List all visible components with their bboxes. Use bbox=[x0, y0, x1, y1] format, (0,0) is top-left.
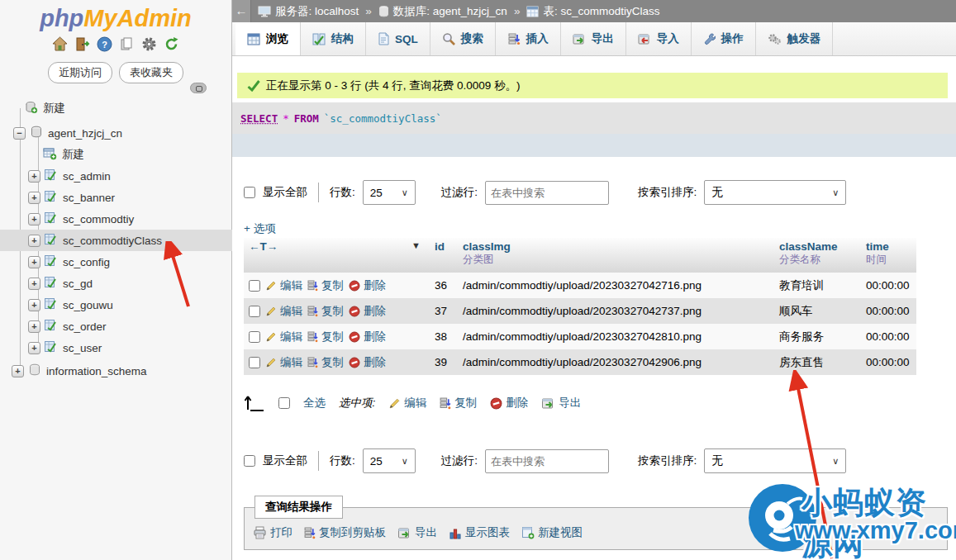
refresh-icon[interactable] bbox=[164, 36, 179, 52]
sort-by-key-select[interactable]: 无 ∨ bbox=[704, 448, 846, 473]
row-edit-link[interactable]: 编辑 bbox=[265, 278, 302, 293]
tree-item-new-table[interactable]: 新建 bbox=[0, 144, 232, 165]
expand-icon[interactable]: + bbox=[28, 170, 40, 183]
tree-item-table-sc_admin[interactable]: + sc_admin bbox=[0, 165, 232, 187]
tab-operations[interactable]: 操作 bbox=[692, 22, 756, 55]
column-header-time[interactable]: time bbox=[866, 240, 910, 253]
create-view-button[interactable]: 新建视图 bbox=[521, 525, 583, 540]
column-header-id[interactable]: id bbox=[435, 240, 445, 253]
breadcrumb-database[interactable]: 数据库: agent_hzjcj_cn bbox=[378, 4, 507, 19]
tree-item-table-sc_config[interactable]: + sc_config bbox=[0, 251, 232, 273]
sql-file-icon bbox=[378, 32, 389, 45]
options-toggle-link[interactable]: + 选项 bbox=[244, 221, 276, 236]
home-icon[interactable] bbox=[52, 36, 68, 52]
expand-icon[interactable]: + bbox=[28, 320, 40, 333]
bulk-copy-label: 复制 bbox=[454, 396, 477, 411]
expand-icon[interactable]: + bbox=[28, 299, 40, 311]
row-delete-link[interactable]: 删除 bbox=[349, 304, 386, 319]
tree-item-table-sc_user[interactable]: + sc_user bbox=[0, 337, 232, 358]
tab-export[interactable]: 导出 bbox=[561, 22, 626, 55]
sort-by-key-select[interactable]: 无 ∨ bbox=[704, 180, 846, 205]
copy-label: 复制 bbox=[321, 304, 344, 319]
rows-count-select[interactable]: 25 ∨ bbox=[363, 448, 416, 473]
breadcrumb-table[interactable]: 表: sc_commodtiyClass bbox=[526, 4, 659, 19]
row-copy-link[interactable]: 复制 bbox=[307, 278, 344, 293]
sort-dropdown-icon[interactable]: ▼ bbox=[411, 240, 421, 250]
sql-keyword-from: FROM bbox=[294, 112, 319, 125]
tab-label: 触发器 bbox=[787, 31, 821, 46]
tree-item-table-sc_gd[interactable]: + sc_gd bbox=[0, 273, 232, 294]
bulk-export-button[interactable]: 导出 bbox=[541, 396, 581, 411]
expand-icon[interactable]: + bbox=[28, 235, 40, 247]
expand-icon[interactable]: + bbox=[28, 213, 40, 225]
tab-browse[interactable]: 浏览 bbox=[235, 22, 301, 55]
check-all-link[interactable]: 全选 bbox=[303, 396, 326, 411]
row-checkbox[interactable] bbox=[249, 357, 260, 368]
tree-item-table-sc_commodtiyClass[interactable]: + sc_commodtiyClass bbox=[0, 230, 232, 251]
row-checkbox[interactable] bbox=[249, 331, 260, 343]
back-button[interactable]: ← bbox=[232, 0, 251, 22]
docs-icon[interactable] bbox=[119, 36, 135, 52]
expand-icon[interactable]: + bbox=[28, 342, 40, 354]
expand-icon[interactable]: + bbox=[28, 256, 40, 268]
browse-icon bbox=[247, 33, 260, 45]
table-icon bbox=[44, 254, 58, 270]
filter-rows-input[interactable] bbox=[485, 181, 609, 205]
bulk-delete-button[interactable]: 删除 bbox=[490, 396, 528, 411]
row-delete-link[interactable]: 删除 bbox=[349, 278, 386, 293]
export-results-button[interactable]: 导出 bbox=[397, 525, 437, 540]
print-button[interactable]: 打印 bbox=[253, 525, 293, 540]
tree-item-table-sc_order[interactable]: + sc_order bbox=[0, 316, 232, 337]
expand-icon[interactable]: + bbox=[28, 192, 40, 204]
column-header-classimg[interactable]: classImg bbox=[463, 240, 768, 253]
copy-to-clipboard-button[interactable]: 复制到剪贴板 bbox=[304, 525, 386, 540]
row-delete-link[interactable]: 删除 bbox=[349, 330, 386, 344]
show-all-checkbox[interactable] bbox=[244, 455, 255, 467]
logout-door-icon[interactable] bbox=[74, 36, 90, 52]
tab-import[interactable]: 导入 bbox=[626, 22, 692, 55]
rows-count-select[interactable]: 25 ∨ bbox=[363, 180, 416, 205]
expand-icon[interactable]: + bbox=[12, 365, 24, 377]
row-checkbox[interactable] bbox=[249, 306, 260, 317]
with-selected-label: 选中项: bbox=[339, 396, 375, 411]
tree-item-database[interactable]: − agent_hzjcj_cn bbox=[0, 122, 232, 144]
column-adjust-link[interactable]: ←T→ bbox=[249, 240, 278, 253]
row-edit-link[interactable]: 编辑 bbox=[265, 330, 302, 344]
tree-item-information-schema[interactable]: + information_schema bbox=[0, 360, 232, 382]
tree-item-table-sc_commodtiy[interactable]: + sc_commodtiy bbox=[0, 208, 232, 230]
filter-rows-input[interactable] bbox=[485, 449, 609, 473]
tab-insert[interactable]: 插入 bbox=[496, 22, 561, 55]
row-edit-link[interactable]: 编辑 bbox=[265, 304, 302, 319]
row-delete-link[interactable]: 删除 bbox=[349, 355, 386, 370]
tree-item-new-database[interactable]: 新建 bbox=[0, 97, 232, 119]
expand-icon[interactable]: + bbox=[28, 278, 40, 290]
row-copy-link[interactable]: 复制 bbox=[307, 355, 344, 370]
row-checkbox[interactable] bbox=[249, 280, 260, 292]
row-edit-link[interactable]: 编辑 bbox=[265, 355, 302, 370]
delete-icon bbox=[349, 331, 360, 343]
recent-tables-button[interactable]: 近期访问 bbox=[48, 62, 112, 83]
help-icon[interactable]: ? bbox=[97, 36, 112, 52]
show-all-checkbox[interactable] bbox=[244, 187, 255, 198]
check-all-checkbox[interactable] bbox=[278, 397, 290, 409]
tab-triggers[interactable]: 触发器 bbox=[756, 22, 834, 55]
favorite-tables-button[interactable]: 表收藏夹 bbox=[119, 62, 183, 83]
tree-item-table-sc_banner[interactable]: + sc_banner bbox=[0, 187, 232, 208]
collapse-icon[interactable]: − bbox=[13, 127, 26, 140]
display-chart-button[interactable]: 显示图表 bbox=[449, 525, 510, 540]
tab-structure[interactable]: 结构 bbox=[301, 22, 366, 55]
row-copy-link[interactable]: 复制 bbox=[307, 330, 344, 344]
tab-sql[interactable]: SQL bbox=[366, 22, 430, 55]
column-header-classname[interactable]: className bbox=[779, 240, 854, 253]
panel-link-icon[interactable] bbox=[190, 83, 207, 93]
bulk-copy-button[interactable]: 复制 bbox=[440, 396, 477, 411]
bulk-export-label: 导出 bbox=[559, 396, 581, 411]
sql-query-text[interactable]: SELECT * FROM `sc_commodtiyClass` bbox=[232, 102, 956, 134]
breadcrumb-server[interactable]: 服务器: localhost bbox=[258, 4, 359, 19]
bulk-edit-button[interactable]: 编辑 bbox=[388, 396, 426, 411]
settings-gear-icon[interactable] bbox=[141, 36, 157, 52]
row-copy-link[interactable]: 复制 bbox=[307, 304, 344, 319]
tree-item-label: sc_config bbox=[63, 256, 110, 268]
tree-item-table-sc_gouwu[interactable]: + sc_gouwu bbox=[0, 294, 232, 316]
tab-search[interactable]: 搜索 bbox=[430, 22, 496, 55]
